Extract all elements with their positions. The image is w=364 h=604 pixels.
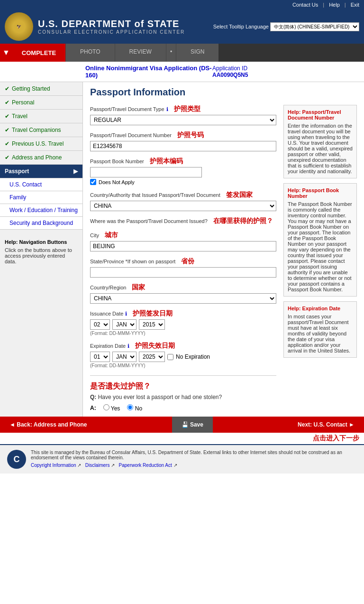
sidebar-item-address-phone[interactable]: ✔ Address and Phone bbox=[0, 151, 82, 165]
passport-book-group: Passport Book Number 护照本编码 Does Not Appl… bbox=[90, 157, 276, 185]
passport-number-chinese: 护照号码 bbox=[177, 131, 204, 139]
state-input[interactable] bbox=[90, 267, 276, 278]
passport-book-input[interactable] bbox=[90, 167, 202, 177]
tab-sign[interactable]: SIGN bbox=[176, 44, 218, 62]
state-chinese: 省份 bbox=[181, 257, 194, 266]
passport-number-input[interactable] bbox=[90, 141, 276, 151]
sidebar-item-travel[interactable]: ✔ Travel bbox=[0, 110, 82, 123]
help-passport-doc-text: Enter the information on the travel docu… bbox=[288, 123, 353, 174]
expiration-dd-select[interactable]: 01 bbox=[90, 352, 110, 362]
page-title: Passport Information bbox=[90, 87, 357, 98]
check-icon: ✔ bbox=[5, 99, 9, 106]
form-section: Passport/Travel Document Type ℹ 护照类型 REG… bbox=[90, 105, 357, 412]
lost-passport-no-radio[interactable] bbox=[127, 404, 133, 410]
sidebar-item-family[interactable]: Family bbox=[0, 191, 82, 204]
help-column: Help: Passport/Travel Document Number En… bbox=[283, 105, 357, 412]
expiration-date-chinese: 护照失效日期 bbox=[135, 342, 175, 350]
next-button[interactable]: Next: U.S. Contact ► bbox=[288, 417, 364, 433]
no-expiration-label: No Expiration bbox=[176, 353, 210, 360]
sidebar-item-getting-started[interactable]: ✔ Getting Started bbox=[0, 82, 82, 96]
expiration-date-group: Expiration Date ℹ 护照失效日期 01 JAN 2025 bbox=[90, 342, 276, 368]
does-not-apply-checkbox[interactable] bbox=[90, 179, 96, 185]
passport-book-chinese: 护照本编码 bbox=[150, 157, 183, 166]
expiration-date-info-icon[interactable]: ℹ bbox=[127, 343, 129, 349]
tab-photo[interactable]: PHOTO bbox=[65, 44, 114, 62]
check-icon: ✔ bbox=[5, 113, 9, 120]
tab-dot: • bbox=[166, 44, 176, 62]
sidebar-item-travel-companions[interactable]: ✔ Travel Companions bbox=[0, 123, 82, 137]
sidebar-help-text: Click on the buttons above to access pre… bbox=[5, 247, 78, 264]
tab-review[interactable]: REVIEW bbox=[115, 44, 166, 62]
sidebar: ✔ Getting Started ✔ Personal ✔ Travel ✔ … bbox=[0, 82, 83, 417]
sidebar-help-title: Help: Navigation Buttons bbox=[5, 239, 78, 245]
sidebar-label: Getting Started bbox=[12, 85, 50, 92]
content-area: Passport Information Passport/Travel Doc… bbox=[83, 82, 364, 417]
sidebar-label: Travel Companions bbox=[12, 127, 61, 133]
copyright-link[interactable]: Copyright Information bbox=[31, 463, 76, 468]
help-passport-book-text: The Passport Book Number is commonly cal… bbox=[288, 201, 353, 292]
issuance-yyyy-select[interactable]: 2015 bbox=[139, 319, 165, 330]
help-expiration-text: In most cases your passport/Travel Docum… bbox=[288, 314, 353, 353]
issuance-dd-select[interactable]: 02 bbox=[90, 319, 110, 330]
lost-passport-question: Have you ever lost a passport or had one… bbox=[98, 394, 222, 400]
check-icon: ✔ bbox=[5, 127, 9, 133]
passport-type-group: Passport/Travel Document Type ℹ 护照类型 REG… bbox=[90, 105, 276, 125]
expiration-mmm-select[interactable]: JAN bbox=[112, 352, 136, 362]
bottom-nav: ◄ Back: Address and Phone 💾 Save Next: U… bbox=[0, 417, 364, 433]
issuance-mmm-select[interactable]: JAN bbox=[112, 319, 136, 330]
sidebar-label: Work / Education / Training bbox=[9, 207, 78, 214]
check-icon: ✔ bbox=[5, 154, 9, 161]
top-bar: Contact Us | Help | Exit bbox=[0, 0, 364, 9]
help-link[interactable]: Help bbox=[329, 2, 340, 8]
contact-us-link[interactable]: Contact Us bbox=[292, 2, 318, 8]
paperwork-link[interactable]: Paperwork Reduction Act bbox=[119, 463, 172, 468]
lost-passport-yes-radio[interactable] bbox=[103, 404, 109, 410]
issuing-country-select[interactable]: CHINA bbox=[90, 201, 276, 211]
sidebar-label: Personal bbox=[12, 99, 34, 106]
sidebar-item-previous-us-travel[interactable]: ✔ Previous U.S. Travel bbox=[0, 137, 82, 151]
expiration-yyyy-select[interactable]: 2025 bbox=[139, 352, 165, 362]
sidebar-item-security[interactable]: Security and Background bbox=[0, 217, 82, 230]
tab-complete[interactable]: COMPLETE bbox=[12, 44, 65, 62]
country-chinese: 国家 bbox=[132, 283, 145, 292]
sidebar-label: Family bbox=[9, 194, 26, 201]
help-passport-doc-title: Help: Passport/Travel Document Number bbox=[288, 109, 353, 121]
tooltip-label: Select Tooltip Language bbox=[213, 24, 269, 29]
back-button[interactable]: ◄ Back: Address and Phone bbox=[0, 417, 96, 433]
country-label: Country/Region bbox=[90, 285, 126, 290]
sidebar-item-work-education[interactable]: Work / Education / Training bbox=[0, 204, 82, 217]
sidebar-item-personal[interactable]: ✔ Personal bbox=[0, 96, 82, 110]
tab-complete-label: COMPLETE bbox=[22, 49, 56, 56]
sidebar-item-passport[interactable]: Passport ▶ bbox=[0, 165, 82, 178]
check-icon: ✔ bbox=[5, 85, 9, 92]
city-label: City bbox=[90, 232, 99, 238]
sidebar-label: Passport bbox=[5, 168, 29, 175]
issuance-date-format: (Format: DD-MMM-YYYY) bbox=[90, 331, 276, 336]
exit-link[interactable]: Exit bbox=[351, 2, 359, 8]
disclaimers-link[interactable]: Disclaimers bbox=[85, 463, 110, 468]
sidebar-item-us-contact[interactable]: U.S. Contact bbox=[0, 178, 82, 191]
issuing-country-group: Country/Authority that Issued Passport/T… bbox=[90, 191, 276, 211]
arrow-icon: ▶ bbox=[73, 168, 78, 175]
city-input[interactable] bbox=[90, 241, 276, 251]
help-box-passport-book: Help: Passport Book Number The Passport … bbox=[283, 183, 357, 297]
issuance-date-info-icon[interactable]: ℹ bbox=[125, 311, 127, 317]
sidebar-label: U.S. Contact bbox=[9, 181, 42, 188]
language-select[interactable]: 中文(简体) (CHINESE-SIMPLIFIED) bbox=[270, 22, 359, 31]
help-box-expiration: Help: Expiration Date In most cases your… bbox=[283, 301, 357, 358]
no-expiration-checkbox[interactable] bbox=[167, 354, 173, 360]
passport-type-select[interactable]: REGULAR bbox=[90, 115, 276, 125]
help-box-passport-document: Help: Passport/Travel Document Number En… bbox=[283, 105, 357, 178]
passport-type-chinese: 护照类型 bbox=[174, 105, 200, 113]
passport-type-info-icon[interactable]: ℹ bbox=[166, 106, 168, 112]
lost-passport-q-label: Q: bbox=[90, 394, 96, 400]
state-group: State/Province *If shown on passport 省份 bbox=[90, 257, 276, 278]
nav-tabs: ▼ COMPLETE PHOTO REVIEW • SIGN bbox=[0, 44, 364, 62]
issuance-date-group: Issuance Date ℹ 护照签发日期 02 JAN 2015 bbox=[90, 309, 276, 336]
country-select[interactable]: CHINA bbox=[90, 293, 276, 304]
department-name: U.S. DEPARTMENT of STATE bbox=[38, 19, 185, 29]
passport-type-label: Passport/Travel Document Type bbox=[90, 106, 164, 112]
lost-passport-no-option[interactable]: No bbox=[127, 404, 142, 412]
lost-passport-yes-option[interactable]: Yes bbox=[103, 404, 120, 412]
save-button[interactable]: 💾 Save bbox=[172, 417, 213, 433]
